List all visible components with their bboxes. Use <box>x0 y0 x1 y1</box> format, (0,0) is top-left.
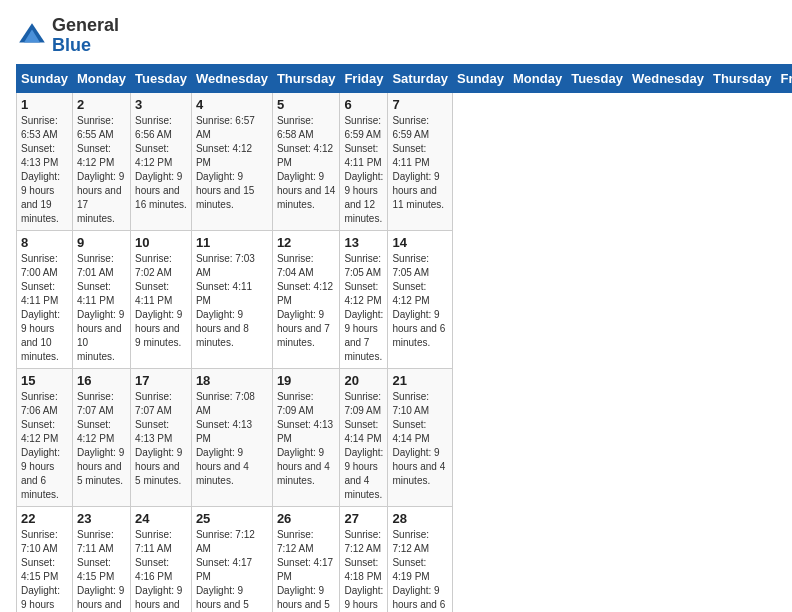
day-number: 19 <box>277 373 336 388</box>
day-number: 23 <box>77 511 126 526</box>
day-info: Sunrise: 7:08 AMSunset: 4:13 PMDaylight:… <box>196 390 268 488</box>
day-info: Sunrise: 7:07 AMSunset: 4:13 PMDaylight:… <box>135 390 187 488</box>
table-row: 24 Sunrise: 7:11 AMSunset: 4:16 PMDaylig… <box>131 506 192 612</box>
calendar-table: SundayMondayTuesdayWednesdayThursdayFrid… <box>16 64 792 612</box>
day-info: Sunrise: 6:59 AMSunset: 4:11 PMDaylight:… <box>344 114 383 226</box>
day-number: 5 <box>277 97 336 112</box>
page-header: General Blue <box>16 16 776 56</box>
day-info: Sunrise: 7:10 AMSunset: 4:14 PMDaylight:… <box>392 390 448 488</box>
day-number: 17 <box>135 373 187 388</box>
day-number: 11 <box>196 235 268 250</box>
header-friday: Friday <box>340 64 388 92</box>
table-row: 12 Sunrise: 7:04 AMSunset: 4:12 PMDaylig… <box>272 230 340 368</box>
header-sunday: Sunday <box>17 64 73 92</box>
day-number: 4 <box>196 97 268 112</box>
day-number: 22 <box>21 511 68 526</box>
day-number: 2 <box>77 97 126 112</box>
day-info: Sunrise: 6:55 AMSunset: 4:12 PMDaylight:… <box>77 114 126 226</box>
header-saturday: Saturday <box>388 64 453 92</box>
header-monday: Monday <box>72 64 130 92</box>
header-tuesday: Tuesday <box>567 64 628 92</box>
day-info: Sunrise: 7:04 AMSunset: 4:12 PMDaylight:… <box>277 252 336 350</box>
header-wednesday: Wednesday <box>191 64 272 92</box>
table-row: 1 Sunrise: 6:53 AMSunset: 4:13 PMDayligh… <box>17 92 73 230</box>
day-number: 15 <box>21 373 68 388</box>
logo-icon <box>16 20 48 52</box>
table-row: 25 Sunrise: 7:12 AMSunset: 4:17 PMDaylig… <box>191 506 272 612</box>
day-info: Sunrise: 7:05 AMSunset: 4:12 PMDaylight:… <box>344 252 383 364</box>
table-row: 8 Sunrise: 7:00 AMSunset: 4:11 PMDayligh… <box>17 230 73 368</box>
logo-general: General <box>52 15 119 35</box>
table-row: 21 Sunrise: 7:10 AMSunset: 4:14 PMDaylig… <box>388 368 453 506</box>
day-info: Sunrise: 6:57 AMSunset: 4:12 PMDaylight:… <box>196 114 268 212</box>
table-row: 9 Sunrise: 7:01 AMSunset: 4:11 PMDayligh… <box>72 230 130 368</box>
day-info: Sunrise: 7:09 AMSunset: 4:14 PMDaylight:… <box>344 390 383 502</box>
day-info: Sunrise: 7:01 AMSunset: 4:11 PMDaylight:… <box>77 252 126 364</box>
calendar-header-row: SundayMondayTuesdayWednesdayThursdayFrid… <box>17 64 793 92</box>
header-tuesday: Tuesday <box>131 64 192 92</box>
header-monday: Monday <box>509 64 567 92</box>
table-row: 17 Sunrise: 7:07 AMSunset: 4:13 PMDaylig… <box>131 368 192 506</box>
table-row: 15 Sunrise: 7:06 AMSunset: 4:12 PMDaylig… <box>17 368 73 506</box>
day-info: Sunrise: 7:00 AMSunset: 4:11 PMDaylight:… <box>21 252 68 364</box>
day-number: 10 <box>135 235 187 250</box>
day-number: 28 <box>392 511 448 526</box>
table-row: 22 Sunrise: 7:10 AMSunset: 4:15 PMDaylig… <box>17 506 73 612</box>
table-row: 28 Sunrise: 7:12 AMSunset: 4:19 PMDaylig… <box>388 506 453 612</box>
header-wednesday: Wednesday <box>627 64 708 92</box>
table-row: 3 Sunrise: 6:56 AMSunset: 4:12 PMDayligh… <box>131 92 192 230</box>
day-info: Sunrise: 7:11 AMSunset: 4:16 PMDaylight:… <box>135 528 187 612</box>
day-number: 12 <box>277 235 336 250</box>
day-number: 13 <box>344 235 383 250</box>
calendar-week-1: 1 Sunrise: 6:53 AMSunset: 4:13 PMDayligh… <box>17 92 793 230</box>
day-info: Sunrise: 7:06 AMSunset: 4:12 PMDaylight:… <box>21 390 68 502</box>
day-number: 20 <box>344 373 383 388</box>
day-info: Sunrise: 7:07 AMSunset: 4:12 PMDaylight:… <box>77 390 126 488</box>
day-info: Sunrise: 7:12 AMSunset: 4:17 PMDaylight:… <box>196 528 268 612</box>
day-number: 9 <box>77 235 126 250</box>
day-number: 8 <box>21 235 68 250</box>
table-row: 14 Sunrise: 7:05 AMSunset: 4:12 PMDaylig… <box>388 230 453 368</box>
day-number: 6 <box>344 97 383 112</box>
table-row: 20 Sunrise: 7:09 AMSunset: 4:14 PMDaylig… <box>340 368 388 506</box>
day-number: 14 <box>392 235 448 250</box>
table-row: 18 Sunrise: 7:08 AMSunset: 4:13 PMDaylig… <box>191 368 272 506</box>
day-number: 24 <box>135 511 187 526</box>
day-info: Sunrise: 6:58 AMSunset: 4:12 PMDaylight:… <box>277 114 336 212</box>
calendar-week-2: 8 Sunrise: 7:00 AMSunset: 4:11 PMDayligh… <box>17 230 793 368</box>
day-number: 7 <box>392 97 448 112</box>
day-info: Sunrise: 6:53 AMSunset: 4:13 PMDaylight:… <box>21 114 68 226</box>
table-row: 27 Sunrise: 7:12 AMSunset: 4:18 PMDaylig… <box>340 506 388 612</box>
day-number: 26 <box>277 511 336 526</box>
day-info: Sunrise: 7:11 AMSunset: 4:15 PMDaylight:… <box>77 528 126 612</box>
day-info: Sunrise: 7:02 AMSunset: 4:11 PMDaylight:… <box>135 252 187 350</box>
table-row: 6 Sunrise: 6:59 AMSunset: 4:11 PMDayligh… <box>340 92 388 230</box>
day-number: 3 <box>135 97 187 112</box>
logo: General Blue <box>16 16 119 56</box>
table-row: 26 Sunrise: 7:12 AMSunset: 4:17 PMDaylig… <box>272 506 340 612</box>
table-row: 11 Sunrise: 7:03 AMSunset: 4:11 PMDaylig… <box>191 230 272 368</box>
day-info: Sunrise: 7:05 AMSunset: 4:12 PMDaylight:… <box>392 252 448 350</box>
day-info: Sunrise: 7:03 AMSunset: 4:11 PMDaylight:… <box>196 252 268 350</box>
day-number: 18 <box>196 373 268 388</box>
day-info: Sunrise: 7:12 AMSunset: 4:18 PMDaylight:… <box>344 528 383 612</box>
table-row: 23 Sunrise: 7:11 AMSunset: 4:15 PMDaylig… <box>72 506 130 612</box>
table-row: 5 Sunrise: 6:58 AMSunset: 4:12 PMDayligh… <box>272 92 340 230</box>
table-row: 7 Sunrise: 6:59 AMSunset: 4:11 PMDayligh… <box>388 92 453 230</box>
day-info: Sunrise: 6:59 AMSunset: 4:11 PMDaylight:… <box>392 114 448 212</box>
table-row: 2 Sunrise: 6:55 AMSunset: 4:12 PMDayligh… <box>72 92 130 230</box>
calendar-week-3: 15 Sunrise: 7:06 AMSunset: 4:12 PMDaylig… <box>17 368 793 506</box>
header-thursday: Thursday <box>708 64 776 92</box>
day-info: Sunrise: 7:12 AMSunset: 4:17 PMDaylight:… <box>277 528 336 612</box>
day-number: 21 <box>392 373 448 388</box>
table-row: 16 Sunrise: 7:07 AMSunset: 4:12 PMDaylig… <box>72 368 130 506</box>
day-info: Sunrise: 6:56 AMSunset: 4:12 PMDaylight:… <box>135 114 187 212</box>
calendar-week-4: 22 Sunrise: 7:10 AMSunset: 4:15 PMDaylig… <box>17 506 793 612</box>
header-sunday: Sunday <box>453 64 509 92</box>
day-info: Sunrise: 7:12 AMSunset: 4:19 PMDaylight:… <box>392 528 448 612</box>
table-row: 10 Sunrise: 7:02 AMSunset: 4:11 PMDaylig… <box>131 230 192 368</box>
day-number: 16 <box>77 373 126 388</box>
day-number: 25 <box>196 511 268 526</box>
table-row: 4 Sunrise: 6:57 AMSunset: 4:12 PMDayligh… <box>191 92 272 230</box>
day-info: Sunrise: 7:09 AMSunset: 4:13 PMDaylight:… <box>277 390 336 488</box>
